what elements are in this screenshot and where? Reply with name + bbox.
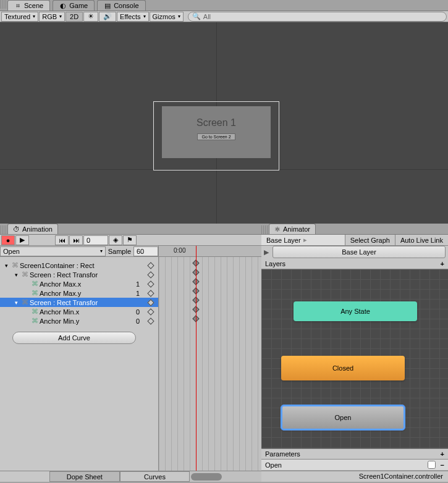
scene-toolbar: Textured ▾ RGB ▾ 2D ☀ 🔊 Effects ▾ Gizmos…	[0, 11, 448, 22]
parameter-row[interactable]: Open −	[261, 460, 448, 471]
transform-icon: ⌘	[21, 272, 28, 278]
select-graph-button[interactable]: Select Graph	[345, 235, 395, 245]
game-icon: ◐	[59, 2, 67, 9]
effects-dropdown[interactable]: Effects ▾	[117, 12, 148, 22]
chevron-right-icon: ▸	[303, 236, 307, 244]
add-layer-button[interactable]: +	[441, 260, 444, 267]
hierarchy-row[interactable]: ⌘Anchor Max.x1	[0, 279, 158, 288]
row-value: 1	[136, 290, 140, 297]
play-icon: ▶	[20, 236, 25, 244]
parameter-checkbox[interactable]	[428, 461, 436, 469]
next-key-icon: ⏭	[73, 237, 80, 244]
sample-field[interactable]: 60	[133, 246, 158, 256]
drag-grip-icon[interactable]	[261, 225, 268, 234]
hierarchy-row[interactable]: ⌘Anchor Max.y1	[0, 288, 158, 298]
animation-tab-label: Animation	[22, 225, 53, 233]
node-any-state[interactable]: Any State	[294, 301, 417, 321]
drag-grip-icon[interactable]	[0, 0, 6, 9]
keyframe-indicator[interactable]	[147, 280, 154, 287]
auto-live-link-button[interactable]: Auto Live Link	[395, 235, 448, 245]
tab-game[interactable]: ◐ Game	[53, 0, 95, 10]
parameters-header: Parameters +	[261, 448, 448, 460]
animator-icon: ⚛	[274, 225, 281, 233]
clip-dropdown[interactable]: Open ▾	[0, 246, 106, 256]
play-button[interactable]: ▶	[15, 235, 29, 245]
animator-tab-label: Animator	[283, 225, 310, 233]
breadcrumb[interactable]: Base Layer ▸	[261, 235, 345, 245]
parameter-name: Open	[265, 461, 282, 469]
tab-console-label: Console	[114, 2, 138, 9]
keyframe-indicator[interactable]	[147, 317, 154, 324]
tab-animator[interactable]: ⚛ Animator	[269, 224, 316, 234]
timeline[interactable]: 0:00	[158, 246, 261, 471]
hierarchy-row[interactable]: ▾⌘Screen : Rect Transfor	[0, 298, 158, 307]
scene-search[interactable]: 🔍 All	[188, 12, 447, 22]
row-value: 0	[136, 317, 140, 325]
node-open-label: Open	[335, 414, 352, 421]
tab-scene[interactable]: ⌗ Scene	[7, 0, 50, 10]
frame-field[interactable]: 0	[83, 235, 108, 245]
clock-icon: ⏱	[13, 225, 20, 233]
keyframe-indicator[interactable]	[147, 262, 154, 269]
node-closed[interactable]: Closed	[281, 356, 405, 380]
gizmos-dropdown[interactable]: Gizmos ▾	[150, 12, 184, 22]
property-icon: ⌘	[31, 309, 38, 315]
animator-graph[interactable]: Any State Closed Open	[261, 269, 448, 448]
hierarchy-row[interactable]: ▾⌘Screen1Container : Rect	[0, 261, 158, 270]
scene-view[interactable]: Screen 1 Go to Screen 2	[0, 22, 448, 224]
node-open[interactable]: Open	[281, 405, 405, 430]
curves-tab[interactable]: Curves	[120, 471, 190, 482]
hierarchy-row[interactable]: ⌘Anchor Min.x0	[0, 307, 158, 316]
tab-console[interactable]: ▤ Console	[97, 0, 145, 10]
mode-2d-button[interactable]: 2D	[66, 12, 83, 22]
animation-panel: ⏱ Animation ● ▶ ⏮ ⏭ 0 ◈ ⚑ Open ▾ Sample	[0, 224, 261, 482]
row-value: 0	[136, 308, 140, 316]
add-parameter-button[interactable]: +	[441, 450, 444, 458]
render-mode-dropdown[interactable]: Textured ▾	[1, 12, 38, 22]
animator-tab-row: ⚛ Animator	[261, 224, 448, 235]
playhead[interactable]	[196, 246, 197, 471]
next-key-button[interactable]: ⏭	[69, 235, 83, 245]
color-mode-dropdown[interactable]: RGB ▾	[39, 12, 65, 22]
expand-icon[interactable]: ▾	[5, 262, 11, 269]
row-label: Screen : Rect Transfor	[30, 299, 98, 306]
sun-icon: ☀	[88, 12, 94, 20]
timeline-scrollbar[interactable]	[190, 471, 261, 482]
prev-key-button[interactable]: ⏮	[55, 235, 69, 245]
dopesheet-tab[interactable]: Dope Sheet	[49, 471, 120, 482]
record-button[interactable]: ●	[1, 235, 15, 245]
scroll-thumb[interactable]	[191, 473, 222, 481]
lighting-toggle[interactable]: ☀	[83, 12, 98, 22]
audio-toggle[interactable]: 🔊	[99, 12, 116, 22]
add-keyframe-button[interactable]: ◈	[109, 235, 122, 245]
keyframe-indicator[interactable]	[147, 299, 154, 306]
remove-parameter-button[interactable]: −	[441, 461, 444, 469]
status-bar: Screen1Container.controller	[261, 471, 448, 482]
hierarchy-row[interactable]: ⌘Anchor Min.y0	[0, 316, 158, 326]
drag-grip-icon[interactable]	[0, 225, 6, 234]
expand-icon[interactable]: ▾	[15, 300, 21, 306]
add-curve-button[interactable]: Add Curve	[12, 332, 136, 344]
parameters-section: Parameters + Open −	[261, 448, 448, 471]
panel-button[interactable]: Go to Screen 2	[197, 133, 235, 140]
auto-live-link-label: Auto Live Link	[400, 237, 443, 244]
time-ruler[interactable]: 0:00	[159, 246, 261, 257]
clip-name: Open	[3, 248, 20, 255]
keyframe-indicator[interactable]	[147, 308, 154, 315]
ui-panel[interactable]: Screen 1 Go to Screen 2	[162, 106, 271, 158]
keyframe-indicator[interactable]	[147, 290, 154, 296]
keyframe-indicator[interactable]	[147, 271, 154, 278]
base-layer-item[interactable]: Base Layer	[273, 246, 446, 258]
parameters-label: Parameters	[265, 450, 300, 458]
tab-animation[interactable]: ⏱ Animation	[7, 224, 58, 234]
hierarchy-row[interactable]: ▾⌘Screen : Rect Transfor	[0, 270, 158, 279]
expand-icon[interactable]: ▾	[15, 272, 21, 278]
speaker-icon: 🔊	[103, 12, 112, 20]
search-placeholder: All	[203, 13, 211, 20]
play-icon: ▶	[264, 248, 269, 256]
timeline-grid	[159, 257, 261, 471]
curves-label: Curves	[144, 473, 166, 481]
chevron-down-icon: ▾	[143, 14, 146, 19]
add-event-button[interactable]: ⚑	[123, 235, 137, 245]
property-icon: ⌘	[31, 318, 38, 324]
